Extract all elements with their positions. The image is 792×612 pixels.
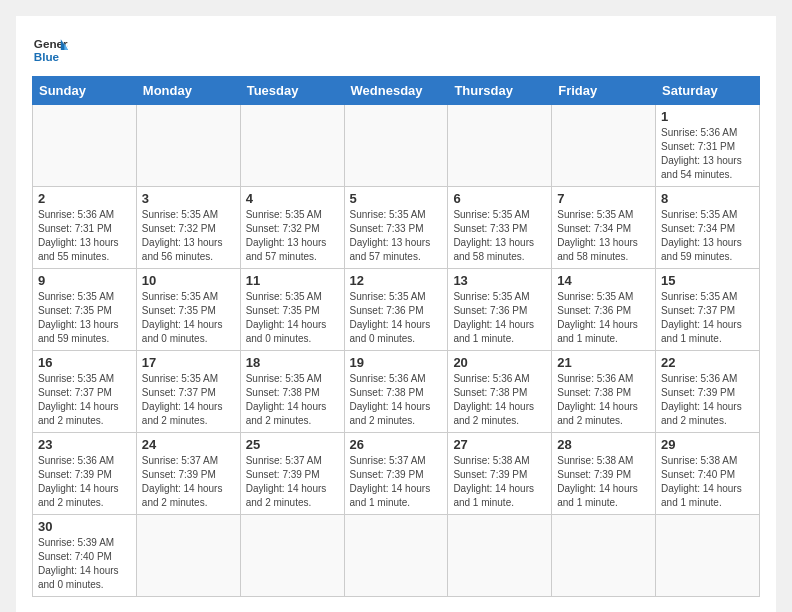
day-number: 2 <box>38 191 131 206</box>
weekday-header-tuesday: Tuesday <box>240 77 344 105</box>
day-info: Sunrise: 5:39 AM Sunset: 7:40 PM Dayligh… <box>38 536 131 592</box>
weekday-header-wednesday: Wednesday <box>344 77 448 105</box>
calendar-cell: 14Sunrise: 5:35 AM Sunset: 7:36 PM Dayli… <box>552 269 656 351</box>
day-info: Sunrise: 5:35 AM Sunset: 7:33 PM Dayligh… <box>453 208 546 264</box>
calendar-cell <box>344 105 448 187</box>
weekday-header-saturday: Saturday <box>656 77 760 105</box>
calendar-cell: 18Sunrise: 5:35 AM Sunset: 7:38 PM Dayli… <box>240 351 344 433</box>
calendar-cell <box>552 515 656 597</box>
day-info: Sunrise: 5:36 AM Sunset: 7:39 PM Dayligh… <box>38 454 131 510</box>
logo-icon: General Blue <box>32 32 68 68</box>
weekday-header-row: SundayMondayTuesdayWednesdayThursdayFrid… <box>33 77 760 105</box>
calendar-cell: 30Sunrise: 5:39 AM Sunset: 7:40 PM Dayli… <box>33 515 137 597</box>
calendar-cell <box>136 515 240 597</box>
calendar-week-row: 30Sunrise: 5:39 AM Sunset: 7:40 PM Dayli… <box>33 515 760 597</box>
calendar-cell: 22Sunrise: 5:36 AM Sunset: 7:39 PM Dayli… <box>656 351 760 433</box>
weekday-header-friday: Friday <box>552 77 656 105</box>
day-number: 8 <box>661 191 754 206</box>
day-number: 28 <box>557 437 650 452</box>
calendar-cell: 17Sunrise: 5:35 AM Sunset: 7:37 PM Dayli… <box>136 351 240 433</box>
calendar-cell <box>448 105 552 187</box>
calendar-cell <box>344 515 448 597</box>
calendar-cell: 23Sunrise: 5:36 AM Sunset: 7:39 PM Dayli… <box>33 433 137 515</box>
day-info: Sunrise: 5:36 AM Sunset: 7:38 PM Dayligh… <box>557 372 650 428</box>
day-number: 23 <box>38 437 131 452</box>
calendar-table: SundayMondayTuesdayWednesdayThursdayFrid… <box>32 76 760 597</box>
calendar-cell <box>448 515 552 597</box>
weekday-header-sunday: Sunday <box>33 77 137 105</box>
svg-text:Blue: Blue <box>34 50 60 63</box>
logo: General Blue <box>32 32 68 68</box>
day-number: 1 <box>661 109 754 124</box>
calendar-cell <box>656 515 760 597</box>
day-info: Sunrise: 5:35 AM Sunset: 7:35 PM Dayligh… <box>142 290 235 346</box>
day-info: Sunrise: 5:37 AM Sunset: 7:39 PM Dayligh… <box>350 454 443 510</box>
calendar-cell: 25Sunrise: 5:37 AM Sunset: 7:39 PM Dayli… <box>240 433 344 515</box>
day-info: Sunrise: 5:35 AM Sunset: 7:32 PM Dayligh… <box>142 208 235 264</box>
day-number: 12 <box>350 273 443 288</box>
calendar-cell: 29Sunrise: 5:38 AM Sunset: 7:40 PM Dayli… <box>656 433 760 515</box>
day-info: Sunrise: 5:38 AM Sunset: 7:39 PM Dayligh… <box>453 454 546 510</box>
day-info: Sunrise: 5:35 AM Sunset: 7:33 PM Dayligh… <box>350 208 443 264</box>
calendar-cell: 20Sunrise: 5:36 AM Sunset: 7:38 PM Dayli… <box>448 351 552 433</box>
day-info: Sunrise: 5:35 AM Sunset: 7:36 PM Dayligh… <box>453 290 546 346</box>
calendar-week-row: 2Sunrise: 5:36 AM Sunset: 7:31 PM Daylig… <box>33 187 760 269</box>
day-number: 5 <box>350 191 443 206</box>
day-info: Sunrise: 5:35 AM Sunset: 7:37 PM Dayligh… <box>38 372 131 428</box>
calendar-cell: 28Sunrise: 5:38 AM Sunset: 7:39 PM Dayli… <box>552 433 656 515</box>
day-number: 16 <box>38 355 131 370</box>
calendar-week-row: 16Sunrise: 5:35 AM Sunset: 7:37 PM Dayli… <box>33 351 760 433</box>
weekday-header-thursday: Thursday <box>448 77 552 105</box>
day-number: 13 <box>453 273 546 288</box>
calendar-cell <box>240 105 344 187</box>
day-info: Sunrise: 5:36 AM Sunset: 7:31 PM Dayligh… <box>38 208 131 264</box>
page: General Blue SundayMondayTuesdayWednesda… <box>16 16 776 612</box>
calendar-cell: 26Sunrise: 5:37 AM Sunset: 7:39 PM Dayli… <box>344 433 448 515</box>
calendar-cell <box>136 105 240 187</box>
day-info: Sunrise: 5:36 AM Sunset: 7:38 PM Dayligh… <box>453 372 546 428</box>
day-number: 27 <box>453 437 546 452</box>
weekday-header-monday: Monday <box>136 77 240 105</box>
day-info: Sunrise: 5:35 AM Sunset: 7:32 PM Dayligh… <box>246 208 339 264</box>
calendar-cell: 11Sunrise: 5:35 AM Sunset: 7:35 PM Dayli… <box>240 269 344 351</box>
calendar-cell: 9Sunrise: 5:35 AM Sunset: 7:35 PM Daylig… <box>33 269 137 351</box>
day-number: 17 <box>142 355 235 370</box>
day-info: Sunrise: 5:37 AM Sunset: 7:39 PM Dayligh… <box>142 454 235 510</box>
header: General Blue <box>32 32 760 68</box>
day-number: 19 <box>350 355 443 370</box>
day-info: Sunrise: 5:36 AM Sunset: 7:31 PM Dayligh… <box>661 126 754 182</box>
calendar-cell: 4Sunrise: 5:35 AM Sunset: 7:32 PM Daylig… <box>240 187 344 269</box>
day-number: 7 <box>557 191 650 206</box>
calendar-cell: 7Sunrise: 5:35 AM Sunset: 7:34 PM Daylig… <box>552 187 656 269</box>
day-number: 26 <box>350 437 443 452</box>
day-number: 30 <box>38 519 131 534</box>
calendar-cell: 21Sunrise: 5:36 AM Sunset: 7:38 PM Dayli… <box>552 351 656 433</box>
day-number: 24 <box>142 437 235 452</box>
calendar-week-row: 9Sunrise: 5:35 AM Sunset: 7:35 PM Daylig… <box>33 269 760 351</box>
day-info: Sunrise: 5:38 AM Sunset: 7:39 PM Dayligh… <box>557 454 650 510</box>
calendar-cell: 1Sunrise: 5:36 AM Sunset: 7:31 PM Daylig… <box>656 105 760 187</box>
calendar-cell: 13Sunrise: 5:35 AM Sunset: 7:36 PM Dayli… <box>448 269 552 351</box>
day-info: Sunrise: 5:36 AM Sunset: 7:39 PM Dayligh… <box>661 372 754 428</box>
day-number: 15 <box>661 273 754 288</box>
day-number: 4 <box>246 191 339 206</box>
calendar-week-row: 1Sunrise: 5:36 AM Sunset: 7:31 PM Daylig… <box>33 105 760 187</box>
day-info: Sunrise: 5:35 AM Sunset: 7:35 PM Dayligh… <box>38 290 131 346</box>
day-number: 29 <box>661 437 754 452</box>
day-info: Sunrise: 5:36 AM Sunset: 7:38 PM Dayligh… <box>350 372 443 428</box>
day-number: 11 <box>246 273 339 288</box>
calendar-cell <box>33 105 137 187</box>
day-info: Sunrise: 5:35 AM Sunset: 7:36 PM Dayligh… <box>557 290 650 346</box>
day-info: Sunrise: 5:35 AM Sunset: 7:34 PM Dayligh… <box>557 208 650 264</box>
calendar-cell: 8Sunrise: 5:35 AM Sunset: 7:34 PM Daylig… <box>656 187 760 269</box>
day-number: 14 <box>557 273 650 288</box>
day-number: 22 <box>661 355 754 370</box>
calendar-cell: 6Sunrise: 5:35 AM Sunset: 7:33 PM Daylig… <box>448 187 552 269</box>
day-info: Sunrise: 5:35 AM Sunset: 7:36 PM Dayligh… <box>350 290 443 346</box>
calendar-cell: 15Sunrise: 5:35 AM Sunset: 7:37 PM Dayli… <box>656 269 760 351</box>
calendar-cell: 27Sunrise: 5:38 AM Sunset: 7:39 PM Dayli… <box>448 433 552 515</box>
day-number: 18 <box>246 355 339 370</box>
day-info: Sunrise: 5:35 AM Sunset: 7:35 PM Dayligh… <box>246 290 339 346</box>
day-number: 3 <box>142 191 235 206</box>
day-number: 9 <box>38 273 131 288</box>
